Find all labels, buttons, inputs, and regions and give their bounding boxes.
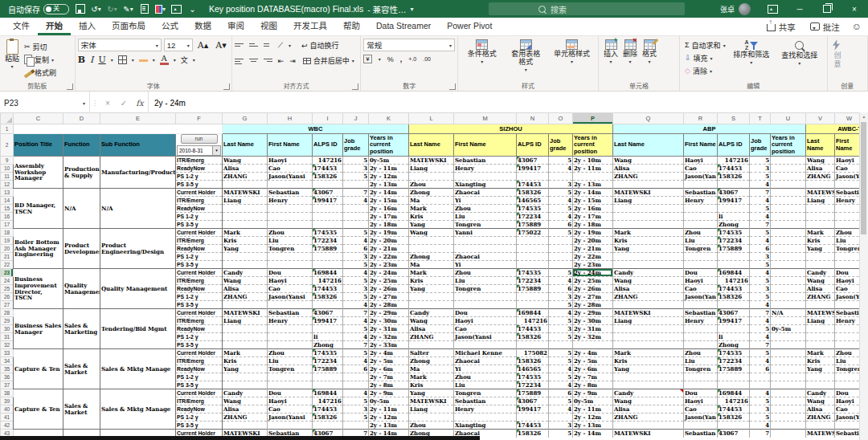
cell[interactable]: Jason(Yansi bbox=[268, 293, 313, 301]
cell[interactable]: 146565 bbox=[517, 365, 549, 373]
cell[interactable]: 4 bbox=[750, 333, 771, 341]
cell[interactable]: 3 bbox=[343, 285, 369, 293]
feedback-smiley-icon[interactable]: ☺ bbox=[852, 21, 862, 32]
cell[interactable]: Wang bbox=[223, 277, 268, 285]
cell[interactable] bbox=[223, 205, 268, 213]
minimize-button[interactable]: ─ bbox=[786, 0, 813, 18]
cell[interactable]: 158326 bbox=[718, 173, 750, 181]
tab-Data Streamer[interactable]: Data Streamer bbox=[368, 18, 439, 35]
cell[interactable] bbox=[806, 333, 835, 341]
cell[interactable] bbox=[613, 205, 684, 213]
cell[interactable]: Liang bbox=[223, 317, 268, 325]
cell[interactable]: 175889 bbox=[718, 365, 750, 373]
cell[interactable]: 7 bbox=[343, 341, 369, 349]
cell[interactable]: 2y - 30m bbox=[369, 317, 409, 325]
cell[interactable]: ReadyNow bbox=[176, 245, 223, 253]
cell[interactable]: Zhong bbox=[718, 221, 750, 229]
cell[interactable] bbox=[268, 221, 313, 229]
cell[interactable]: Tongren bbox=[268, 365, 313, 373]
number-dialog-launcher[interactable] bbox=[449, 84, 456, 90]
cell[interactable]: ReadyNow bbox=[176, 325, 223, 333]
cell[interactable]: Haoyi bbox=[835, 157, 861, 165]
share-button[interactable]: 共享 bbox=[761, 19, 801, 35]
cell[interactable]: Henry bbox=[454, 165, 517, 173]
header-cell[interactable]: First Name bbox=[835, 134, 861, 157]
underline-icon[interactable]: U bbox=[98, 55, 105, 65]
cell[interactable]: 4 bbox=[750, 357, 771, 365]
ideas-button[interactable]: 创意 bbox=[830, 39, 843, 70]
tab-Power Pivot[interactable]: Power Pivot bbox=[439, 18, 500, 35]
cell[interactable]: Yi bbox=[454, 365, 517, 373]
cell[interactable]: 7 bbox=[750, 221, 771, 229]
cell[interactable] bbox=[718, 205, 750, 213]
percent-style-icon[interactable]: % bbox=[387, 55, 394, 63]
cell[interactable]: Dou bbox=[454, 309, 517, 317]
cell[interactable]: 5 bbox=[343, 229, 369, 237]
cell[interactable] bbox=[718, 261, 750, 269]
decrease-indent-icon[interactable]: ⇤ bbox=[278, 57, 285, 65]
cell[interactable]: PS 3-5 y bbox=[176, 301, 223, 309]
cell[interactable] bbox=[771, 253, 806, 261]
cell[interactable]: Sales & Mktg Manage bbox=[100, 389, 176, 430]
cell[interactable]: 4 bbox=[750, 181, 771, 189]
column-header[interactable]: S bbox=[718, 113, 750, 124]
cell[interactable] bbox=[517, 245, 549, 253]
row-header[interactable]: 37 bbox=[1, 381, 14, 389]
orientation-icon[interactable]: ⟋ bbox=[278, 41, 283, 50]
cell[interactable]: 2y - 12m bbox=[369, 414, 409, 422]
cell[interactable]: Liu bbox=[268, 237, 313, 245]
header-cell[interactable]: Last Name bbox=[409, 134, 454, 157]
cell[interactable] bbox=[343, 373, 369, 381]
cell[interactable]: ZHANG bbox=[223, 414, 268, 422]
cell[interactable] bbox=[771, 414, 806, 422]
cell[interactable]: 175889 bbox=[517, 389, 549, 397]
formula-bar-divider[interactable]: ⋮ bbox=[90, 92, 100, 114]
cell[interactable] bbox=[835, 253, 861, 261]
cell[interactable] bbox=[835, 181, 861, 189]
cell[interactable]: Liang bbox=[806, 197, 835, 205]
cell[interactable] bbox=[771, 389, 806, 397]
cell[interactable] bbox=[806, 261, 835, 269]
cell[interactable]: Mark bbox=[223, 349, 268, 357]
cell[interactable]: Alisa bbox=[806, 285, 835, 293]
cell[interactable]: 2y - 11m bbox=[369, 405, 409, 414]
cell[interactable]: ZHANG bbox=[223, 293, 268, 301]
cell[interactable]: ITR/Emerg bbox=[176, 237, 223, 245]
cell[interactable] bbox=[806, 301, 835, 309]
cell[interactable] bbox=[343, 221, 369, 229]
alignment-dialog-launcher[interactable] bbox=[352, 84, 358, 90]
cell[interactable]: Zhou bbox=[454, 269, 517, 277]
increase-indent-icon[interactable]: ⇥ bbox=[289, 57, 296, 65]
cell[interactable]: Sales & Market bbox=[63, 389, 100, 430]
clipboard-dialog-launcher[interactable] bbox=[67, 84, 73, 90]
cell[interactable]: Yang bbox=[223, 245, 268, 253]
cell[interactable] bbox=[771, 181, 806, 189]
column-header[interactable]: P bbox=[573, 113, 613, 124]
cell[interactable]: 2y - 10m bbox=[573, 157, 613, 165]
cell[interactable]: 2y - 31m bbox=[573, 325, 613, 333]
cell[interactable] bbox=[806, 373, 835, 381]
header-cell[interactable]: Position Title bbox=[14, 134, 63, 157]
cell[interactable]: 174535 bbox=[718, 349, 750, 357]
cell[interactable]: ITR/Emerg bbox=[176, 397, 223, 405]
cell[interactable]: 0y-5m bbox=[771, 325, 806, 333]
cell[interactable]: Zhou bbox=[684, 229, 718, 237]
cell[interactable]: 174453 bbox=[718, 285, 750, 293]
row-header[interactable]: 38 bbox=[1, 389, 14, 397]
cell[interactable]: Ma bbox=[409, 365, 454, 373]
cell[interactable]: 169844 bbox=[517, 309, 549, 317]
cell[interactable]: ZHANG bbox=[613, 414, 684, 422]
cell[interactable] bbox=[806, 341, 835, 349]
cell[interactable]: Yang bbox=[223, 365, 268, 373]
cell[interactable]: 2y - 26m bbox=[573, 285, 613, 293]
cell[interactable]: 5 bbox=[549, 333, 573, 341]
cell[interactable]: Henry bbox=[835, 317, 861, 325]
cell[interactable]: Mark bbox=[409, 373, 454, 381]
cell[interactable]: 4 bbox=[750, 389, 771, 397]
cell[interactable] bbox=[454, 341, 517, 349]
header-cell[interactable]: Last Name bbox=[223, 134, 268, 157]
cell[interactable]: 4 bbox=[343, 237, 369, 245]
cell[interactable]: 2y - 17m bbox=[369, 213, 409, 221]
cell[interactable]: N/A bbox=[771, 309, 806, 317]
cell[interactable]: MATEWSKI bbox=[613, 430, 684, 438]
